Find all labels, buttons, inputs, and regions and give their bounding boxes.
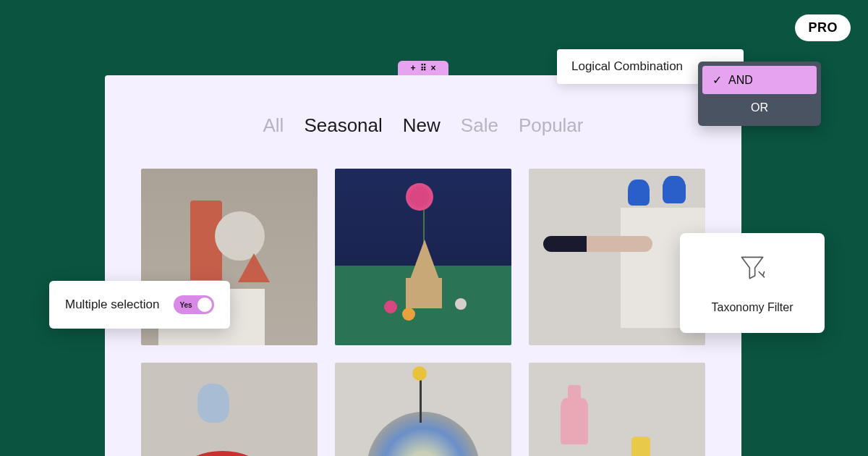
browser-tab-handle[interactable]: + ⠿ × (398, 61, 448, 75)
filter-icon (736, 252, 768, 287)
logical-combination-label: Logical Combination (571, 59, 683, 73)
logic-option-label: OR (751, 101, 768, 114)
tab-sale[interactable]: Sale (461, 114, 498, 137)
drag-icon: ⠿ (420, 63, 427, 73)
tab-seasonal[interactable]: Seasonal (304, 114, 382, 137)
content-panel: All Seasonal New Sale Popular (105, 75, 741, 456)
check-icon: ✓ (712, 73, 723, 87)
multiple-selection-card: Multiple selection Yes (49, 281, 230, 329)
tab-all[interactable]: All (263, 114, 284, 137)
product-tile[interactable] (141, 363, 318, 456)
logic-option-or[interactable]: OR (702, 94, 817, 122)
logic-option-and[interactable]: ✓ AND (702, 66, 817, 94)
product-tile[interactable] (335, 363, 511, 456)
plus-icon: + (410, 63, 415, 73)
product-tile[interactable] (529, 169, 705, 345)
pro-badge: PRO (795, 14, 851, 41)
tab-new[interactable]: New (403, 114, 441, 137)
inner-panel: All Seasonal New Sale Popular (115, 85, 731, 456)
logical-combination-dropdown: ✓ AND OR (698, 62, 821, 126)
multiple-selection-toggle[interactable]: Yes (174, 295, 214, 314)
product-tile[interactable] (335, 169, 511, 345)
toggle-knob (197, 297, 212, 312)
close-icon[interactable]: × (431, 63, 436, 73)
toggle-state-label: Yes (179, 301, 192, 309)
multiple-selection-label: Multiple selection (65, 297, 159, 312)
logic-option-label: AND (728, 74, 753, 87)
tab-popular[interactable]: Popular (519, 114, 584, 137)
category-tabs: All Seasonal New Sale Popular (132, 114, 714, 137)
taxonomy-filter-card[interactable]: Taxonomy Filter (680, 233, 825, 333)
taxonomy-filter-label: Taxonomy Filter (712, 301, 793, 314)
product-tile[interactable] (529, 363, 705, 456)
